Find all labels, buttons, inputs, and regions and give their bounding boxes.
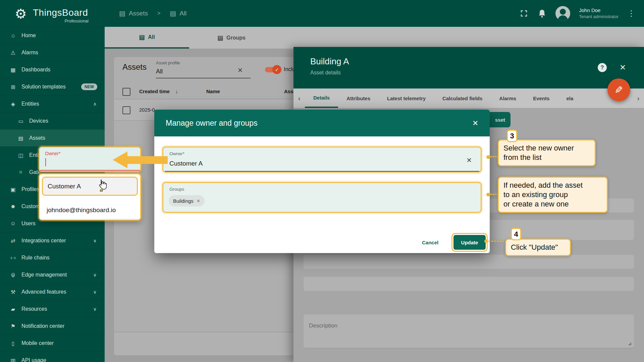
update-button[interactable]: Update <box>453 235 486 250</box>
sidebar-item-dashboards[interactable]: ▦ Dashboards <box>0 61 105 78</box>
api-icon: ▥ <box>9 357 17 362</box>
group-chip[interactable]: Buildings ✕ <box>169 195 205 206</box>
sidebar-item-rule-chains[interactable]: ‹·› Rule chains <box>0 249 105 266</box>
sidebar-item-entities[interactable]: ◈ Entities ∧ <box>0 95 105 112</box>
asset-profile-filter-select[interactable]: All <box>156 68 163 75</box>
edit-fab-button[interactable]: ✎ <box>607 78 630 101</box>
integrations-icon: ⇄ <box>9 238 17 244</box>
sidebar-item-solution-templates[interactable]: ⊞ Solution templates NEW <box>0 78 105 95</box>
toggle-thumb-check-icon: ✓ <box>272 65 281 74</box>
logo-subtitle: Professional <box>33 18 89 23</box>
sidebar-item-edge-management[interactable]: ψ Edge management ∨ <box>0 266 105 283</box>
dashboards-icon: ▦ <box>9 67 17 73</box>
drawer-tab-calculated-fields[interactable]: Calculated fields <box>434 88 491 108</box>
profiles-icon: ▣ <box>9 186 17 193</box>
header-actions: John Doe Tenant administrator ⋮ <box>519 0 644 27</box>
sidebar-item-advanced-features[interactable]: ⚒ Advanced features ∨ <box>0 283 105 300</box>
groups-field-label: Groups <box>169 187 184 192</box>
page-title: Assets <box>122 62 147 72</box>
column-created-time[interactable]: Created time <box>139 88 170 94</box>
sidebar-item-resources[interactable]: ▰ Resources ∨ <box>0 300 105 317</box>
column-name[interactable]: Name <box>206 88 220 94</box>
connector-dash <box>488 241 504 242</box>
manage-owner-dialog: Manage owner and groups ✕ Owner* Custome… <box>154 110 490 253</box>
sidebar-item-home[interactable]: ⌂ Home <box>0 27 105 44</box>
dialog-title: Manage owner and groups <box>166 119 258 128</box>
error-underline <box>40 170 140 171</box>
tab-all[interactable]: ▤ All <box>105 27 189 49</box>
column-asset-profile[interactable]: Ass <box>284 88 293 94</box>
entity-tabbar: ▤ All ▤ Groups <box>105 27 644 49</box>
pencil-icon: ✎ <box>614 84 623 96</box>
drawer-tab-events[interactable]: Events <box>525 88 558 108</box>
chevron-icon: ∨ <box>93 306 97 312</box>
close-icon[interactable]: ✕ <box>620 63 626 72</box>
sidebar-item-devices[interactable]: ▭ Devices <box>0 112 105 129</box>
entity-views-icon: ◫ <box>17 152 25 159</box>
entities-icon: ◈ <box>9 101 17 107</box>
breadcrumb-assets[interactable]: Assets <box>129 10 148 17</box>
tabs-scroll-right-icon[interactable]: › <box>633 88 644 108</box>
owner-field[interactable]: Owner* Customer A ✕ <box>162 146 482 173</box>
breadcrumb-all[interactable]: All <box>179 10 186 17</box>
sidebar-item-mobile-center[interactable]: ▯ Mobile center <box>0 335 105 352</box>
step-4-badge: 4 <box>511 228 521 240</box>
step-3-callout: Select the new owner from the list <box>498 139 596 166</box>
drawer-tabbar: ‹ Details Attributes Latest telemetry Ca… <box>293 88 644 108</box>
asset-profile-filter-label: Asset profile <box>156 60 180 65</box>
sidebar-item-notification-center[interactable]: ⚑ Notification center <box>0 317 105 335</box>
clear-owner-icon[interactable]: ✕ <box>466 156 472 164</box>
dialog-header: Manage owner and groups ✕ <box>154 110 490 136</box>
select-all-checkbox[interactable] <box>122 88 130 96</box>
description-textarea[interactable]: Description <box>304 314 634 348</box>
drawer-tab-partial[interactable]: ela <box>558 88 582 108</box>
group-hint-callout: If needed, add the asset to an existing … <box>498 177 608 213</box>
breadcrumb-separator: > <box>157 10 160 16</box>
tutorial-arrow-head <box>113 152 127 168</box>
user-info[interactable]: John Doe Tenant administrator <box>579 7 619 20</box>
thingsboard-app: ⚙ ThingsBoard Professional ▤ Assets > ▤ … <box>0 0 644 362</box>
notifications-button[interactable] <box>537 9 547 18</box>
hand-cursor-icon <box>96 179 108 192</box>
close-icon[interactable]: ✕ <box>472 119 478 128</box>
chevron-icon: ∨ <box>93 289 97 295</box>
sidebar-item-integrations-center[interactable]: ⇄ Integrations center ∨ <box>0 232 105 249</box>
building-icon: ▤ <box>139 34 145 41</box>
building-icon: ▤ <box>217 34 223 42</box>
building-icon: ▤ <box>170 9 176 17</box>
drawer-tab-alarms[interactable]: Alarms <box>491 88 525 108</box>
devices-icon: ▭ <box>17 118 25 124</box>
avatar[interactable] <box>555 6 570 21</box>
drawer-tab-attributes[interactable]: Attributes <box>338 88 379 108</box>
help-icon[interactable]: ? <box>598 63 607 72</box>
remove-chip-icon[interactable]: ✕ <box>197 198 200 203</box>
row-checkbox[interactable] <box>122 106 130 114</box>
greyed-field <box>304 255 634 269</box>
drawer-tab-details[interactable]: Details <box>305 88 338 108</box>
drawer-tab-latest-telemetry[interactable]: Latest telemetry <box>379 88 434 108</box>
divider <box>42 219 138 219</box>
sidebar-item-assets[interactable]: ▤ Assets <box>0 129 105 146</box>
connector-dot <box>484 239 488 243</box>
user-role: Tenant administrator <box>579 14 619 20</box>
users-icon: ☺ <box>9 221 17 227</box>
sidebar-item-alarms[interactable]: ⚠ Alarms <box>0 44 105 61</box>
option-customer-a[interactable]: Customer A <box>42 177 138 196</box>
clear-filter-icon[interactable]: ✕ <box>237 66 243 74</box>
bell-icon <box>538 9 546 18</box>
group-chip-label: Buildings <box>173 198 194 204</box>
option-johndoe[interactable]: johndoe@thingsboard.io <box>47 206 116 214</box>
description-label: Description <box>309 322 337 329</box>
tabs-scroll-left-icon[interactable]: ‹ <box>293 88 305 108</box>
field-underline <box>165 171 479 172</box>
sort-desc-icon[interactable]: ↓ <box>175 88 178 94</box>
drawer-title: Building A <box>310 56 349 67</box>
resize-handle-icon[interactable] <box>628 342 631 345</box>
fullscreen-button[interactable] <box>519 9 529 18</box>
groups-field[interactable]: Groups Buildings ✕ <box>162 182 482 213</box>
sidebar-item-api-usage[interactable]: ▥ API usage <box>0 352 105 362</box>
tab-groups[interactable]: ▤ Groups <box>189 27 274 49</box>
cancel-button[interactable]: Cancel <box>422 240 438 245</box>
header-menu-button[interactable]: ⋮ <box>627 9 635 18</box>
step-4-callout: Click "Update" <box>505 239 571 256</box>
